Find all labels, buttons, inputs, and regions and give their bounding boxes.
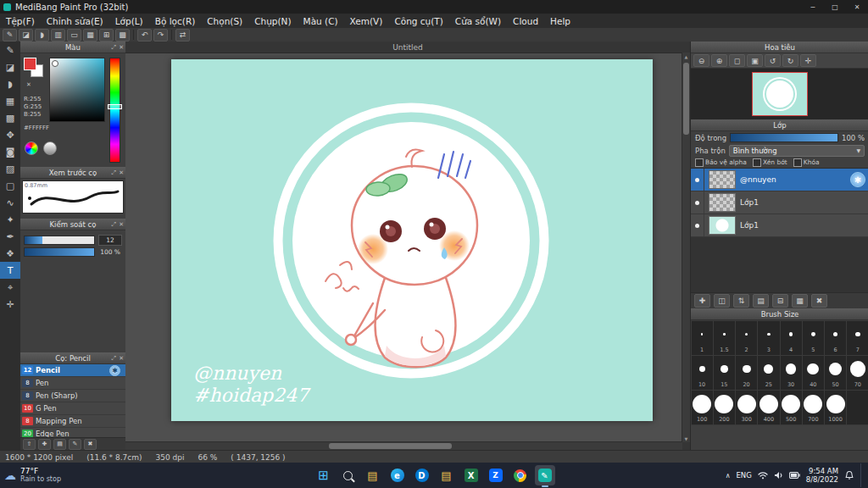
brush-size-option[interactable]: 1 <box>691 320 714 356</box>
saturation-box[interactable] <box>49 58 105 122</box>
brush-settings-gear-icon[interactable]: ✱ <box>109 365 120 376</box>
select-rect-tool[interactable]: ▢ <box>0 177 20 194</box>
eyedropper-tool[interactable]: ⌖ <box>0 279 20 296</box>
saturation-marker[interactable] <box>52 60 58 67</box>
layer-opacity-slider[interactable] <box>730 133 838 142</box>
brush-list-item[interactable]: 8 Mapping Pen ✱ <box>20 415 125 428</box>
layer-option-checkbox[interactable]: Bảo vệ alpha <box>695 158 747 167</box>
popout-icon[interactable] <box>112 221 117 228</box>
start-button[interactable]: ⊞ <box>314 465 334 485</box>
snap-grid-icon[interactable]: ⊞ <box>99 29 114 42</box>
speech-bubble-icon[interactable]: ◗ <box>35 29 49 42</box>
control-point-tool[interactable]: ✒ <box>0 228 20 245</box>
brush-size-option[interactable]: 50 <box>824 355 847 391</box>
notification-bell-icon[interactable] <box>844 470 854 480</box>
magic-wand-tool[interactable]: ✦ <box>0 211 20 228</box>
layer-row[interactable]: @nnuyen ✱ <box>691 169 868 191</box>
fit-window-icon[interactable]: ◻ <box>729 54 745 67</box>
close-icon[interactable] <box>119 221 124 228</box>
brush-folder-icon[interactable]: ▤ <box>53 439 66 450</box>
checkbox-icon[interactable] <box>695 158 704 167</box>
brush-size-option[interactable]: 25 <box>757 355 780 391</box>
swap-colors-icon[interactable]: ✕ <box>26 81 31 88</box>
brush-size-option[interactable]: 7 <box>846 320 868 356</box>
edge-browser[interactable]: e <box>387 465 408 485</box>
brush-size-slider[interactable] <box>24 236 95 245</box>
wifi-icon[interactable] <box>758 471 768 480</box>
screentone-tool[interactable]: ▩ <box>0 109 20 126</box>
close-icon[interactable] <box>119 355 124 362</box>
brush-size-option[interactable]: 1000 <box>824 390 847 425</box>
brush-size-value[interactable]: 12 <box>98 235 122 246</box>
brush-size-option[interactable]: 3 <box>757 320 780 356</box>
search-button[interactable] <box>338 465 359 485</box>
maximize-button[interactable]: □ <box>824 0 846 14</box>
zalo-app[interactable]: Z <box>486 465 506 485</box>
grid-icon[interactable]: ▦ <box>83 29 97 42</box>
bucket-fill-tool[interactable]: ◙ <box>0 143 20 160</box>
add-layer-icon[interactable]: ✚ <box>694 294 710 308</box>
layer-row[interactable]: Lớp1 ✱ <box>691 214 868 237</box>
actual-size-icon[interactable]: ▣ <box>747 54 763 67</box>
layer-visibility-toggle[interactable] <box>691 169 704 191</box>
document-tab[interactable]: Untitled <box>125 42 690 53</box>
menu-item[interactable]: Help <box>544 16 576 26</box>
brush-size-option[interactable]: 5 <box>802 320 825 356</box>
move-layer-icon[interactable]: ⇅ <box>733 294 749 308</box>
menu-item[interactable]: Chọn(S) <box>201 16 248 26</box>
delete-layer-icon[interactable]: ✖ <box>811 294 827 308</box>
gradient-tool[interactable]: ▨ <box>0 160 20 177</box>
weather-widget[interactable]: ☁ 77°F Rain to stop <box>4 467 61 484</box>
brush-tool[interactable]: ✎ <box>0 42 20 58</box>
brush-size-option[interactable]: 40 <box>802 355 825 391</box>
shape-tool[interactable]: ❖ <box>0 245 20 262</box>
lasso-tool[interactable]: ∿ <box>0 194 20 211</box>
brush-list-item[interactable]: 8 Pen (Sharp) ✱ <box>20 390 125 402</box>
volume-icon[interactable] <box>774 471 783 480</box>
foreground-color-swatch[interactable] <box>24 58 36 70</box>
delete-brush-icon[interactable]: ✖ <box>84 439 97 450</box>
brush-size-option[interactable]: 2 <box>735 320 758 356</box>
hue-marker[interactable] <box>108 104 122 109</box>
menu-item[interactable]: Tệp(F) <box>0 16 41 26</box>
clear-layer-icon[interactable]: ▦ <box>792 294 808 308</box>
chrome-browser[interactable] <box>510 465 531 485</box>
folder-app[interactable]: ▤ <box>437 465 457 485</box>
reset-view-icon[interactable]: ✛ <box>800 54 816 67</box>
brush-size-option[interactable]: 15 <box>713 355 736 391</box>
snap-tone-icon[interactable]: ▩ <box>115 29 130 42</box>
show-desktop-button[interactable] <box>860 463 864 487</box>
horizontal-scrollbar[interactable] <box>125 441 682 450</box>
brush-list-item[interactable]: 10 G Pen ✱ <box>20 402 125 415</box>
redo-button[interactable]: ↷ <box>153 29 168 42</box>
close-icon[interactable] <box>119 169 124 176</box>
brush-size-option[interactable]: 70 <box>846 355 868 391</box>
menu-item[interactable]: Lớp(L) <box>109 16 149 26</box>
brush-opacity-slider[interactable] <box>24 247 95 257</box>
zoom-out-icon[interactable]: ⊖ <box>693 54 709 67</box>
medibang-app[interactable]: ✎ <box>535 465 555 485</box>
brush-size-option[interactable]: 20 <box>735 355 758 391</box>
layer-row[interactable]: Lớp1 ✱ <box>691 191 868 214</box>
menu-item[interactable]: Màu (C) <box>298 16 344 26</box>
rotate-right-icon[interactable]: ↻ <box>782 54 798 67</box>
brush-size-option[interactable]: 500 <box>780 390 803 425</box>
transform-icon[interactable]: ⇄ <box>175 29 190 42</box>
hue-bar[interactable] <box>109 58 120 163</box>
brush-list-item[interactable]: 12 Pencil ✱ <box>20 364 125 377</box>
speech-bubble-tool[interactable]: ◗ <box>0 75 20 92</box>
vertical-scroll-thumb[interactable] <box>683 63 689 135</box>
checkbox-icon[interactable] <box>753 158 761 167</box>
menu-item[interactable]: Bộ lọc(R) <box>149 16 202 26</box>
brush-size-option[interactable]: 100 <box>691 390 714 425</box>
brush-size-option[interactable]: 4 <box>780 320 803 356</box>
hand-tool[interactable]: ✛ <box>0 296 20 313</box>
edit-brush-icon[interactable]: ✎ <box>69 439 81 450</box>
menu-item[interactable]: Chụp(N) <box>248 16 297 26</box>
scroll-down-arrow[interactable]: ▼ <box>682 435 690 442</box>
horizontal-scroll-thumb[interactable] <box>329 443 452 449</box>
display-icon[interactable]: ▥ <box>51 29 65 42</box>
brush-size-option[interactable]: 200 <box>713 390 736 425</box>
brush-sync-icon[interactable]: ✎ <box>3 29 17 42</box>
minimize-button[interactable]: ─ <box>802 0 824 14</box>
